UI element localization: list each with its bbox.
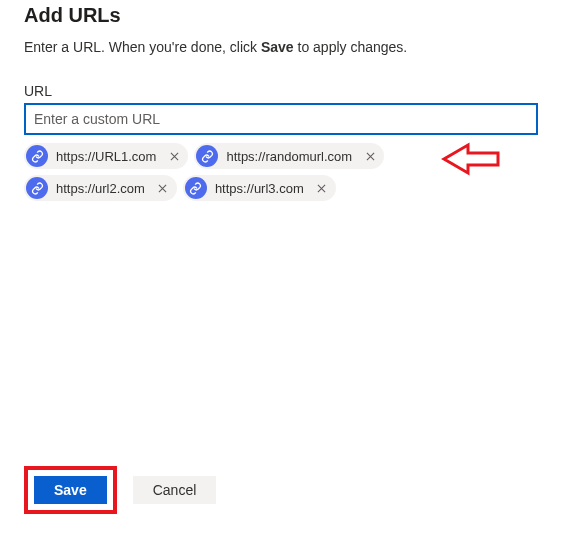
link-icon bbox=[26, 177, 48, 199]
dialog-footer: Save Cancel bbox=[24, 466, 216, 514]
save-button[interactable]: Save bbox=[34, 476, 107, 504]
url-chip[interactable]: https://randomurl.com bbox=[194, 143, 384, 169]
url-chip-list: https://URL1.com https://randomurl.com h… bbox=[24, 143, 538, 201]
subtitle-post: to apply changes. bbox=[294, 39, 408, 55]
url-chip-label: https://randomurl.com bbox=[226, 149, 360, 164]
url-chip[interactable]: https://url3.com bbox=[183, 175, 336, 201]
subtitle-pre: Enter a URL. When you're done, click bbox=[24, 39, 261, 55]
remove-chip-icon[interactable] bbox=[164, 146, 184, 166]
url-chip-label: https://URL1.com bbox=[56, 149, 164, 164]
url-chip[interactable]: https://url2.com bbox=[24, 175, 177, 201]
remove-chip-icon[interactable] bbox=[360, 146, 380, 166]
annotation-save-highlight: Save bbox=[24, 466, 117, 514]
remove-chip-icon[interactable] bbox=[312, 178, 332, 198]
link-icon bbox=[185, 177, 207, 199]
url-chip-label: https://url2.com bbox=[56, 181, 153, 196]
remove-chip-icon[interactable] bbox=[153, 178, 173, 198]
cancel-button[interactable]: Cancel bbox=[133, 476, 217, 504]
subtitle-bold: Save bbox=[261, 39, 294, 55]
page-title: Add URLs bbox=[24, 4, 538, 27]
link-icon bbox=[26, 145, 48, 167]
url-chip-label: https://url3.com bbox=[215, 181, 312, 196]
url-field-label: URL bbox=[24, 83, 538, 99]
page-subtitle: Enter a URL. When you're done, click Sav… bbox=[24, 39, 538, 55]
url-input[interactable] bbox=[24, 103, 538, 135]
url-chip[interactable]: https://URL1.com bbox=[24, 143, 188, 169]
link-icon bbox=[196, 145, 218, 167]
